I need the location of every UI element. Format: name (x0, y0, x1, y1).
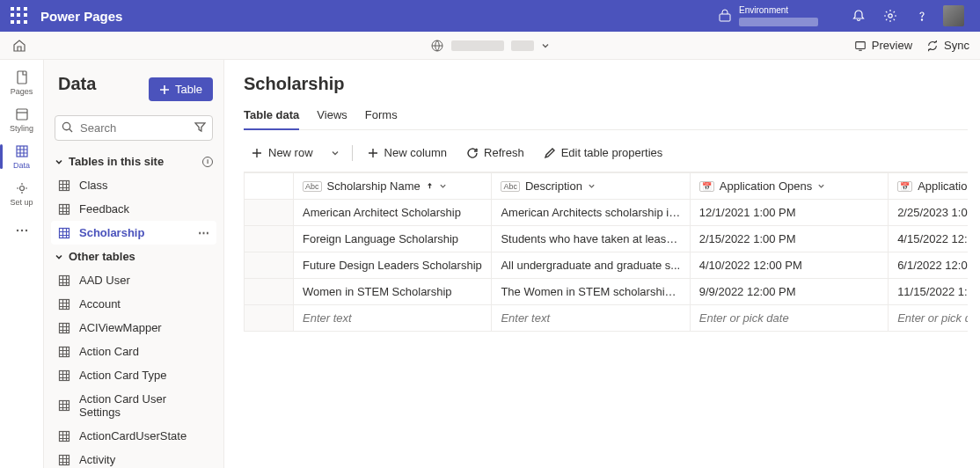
cell-desc-input[interactable] (492, 305, 690, 332)
sidebar-item-aad-user[interactable]: AAD User (51, 268, 216, 292)
cell-name[interactable]: American Architect Scholarship (294, 200, 492, 226)
sidebar-item-action-card[interactable]: Action Card (51, 340, 216, 363)
rail-item-setup[interactable]: Set up (0, 176, 44, 211)
preview-button[interactable]: Preview (854, 39, 912, 52)
table-scroll-area[interactable]: Abc Scholarship Name Abc Description (244, 172, 968, 468)
sidebar-item-class[interactable]: Class⋯ (51, 173, 216, 197)
sidebar-item-aciviewmapper[interactable]: ACIViewMapper (51, 316, 216, 340)
cell-opens[interactable]: 2/15/2022 1:00 PM (690, 226, 888, 252)
svg-rect-6 (17, 109, 27, 120)
sidebar-item-actioncarduserstate[interactable]: ActionCardUserState (51, 424, 216, 448)
sidebar-item-activity[interactable]: Activity (51, 448, 216, 468)
help-button[interactable] (906, 0, 938, 32)
new-column-label: New column (384, 146, 448, 159)
item-more-icon[interactable]: ⋯ (198, 226, 209, 239)
data-table: Abc Scholarship Name Abc Description (244, 172, 968, 332)
cell-opens[interactable]: 4/10/2022 12:00 PM (690, 252, 888, 279)
sidebar-item-feedback[interactable]: Feedback⋯ (51, 197, 216, 221)
row-handle[interactable] (245, 252, 294, 279)
cell-description[interactable]: The Women in STEM scholarship i... (492, 279, 690, 305)
sidebar-item-label: Action Card Type (79, 369, 166, 382)
refresh-button[interactable]: Refresh (459, 143, 531, 163)
app-launcher-icon[interactable] (11, 7, 28, 25)
cell-name[interactable]: Women in STEM Scholarship (294, 279, 492, 305)
svg-rect-22 (60, 431, 69, 441)
section-other-tables[interactable]: Other tables (51, 245, 216, 268)
cell-description[interactable]: American Architects scholarship is... (492, 200, 690, 226)
rail-item-data[interactable]: Data (0, 139, 44, 174)
sidebar-item-action-card-user-settings[interactable]: Action Card User Settings (51, 387, 216, 424)
cell-name-input[interactable] (294, 305, 492, 332)
sidebar-item-label: ACIViewMapper (79, 321, 162, 334)
cell-name[interactable]: Foreign Language Scholarship (294, 226, 492, 252)
cell-opens[interactable]: 9/9/2022 12:00 PM (690, 279, 888, 305)
new-column-button[interactable]: New column (360, 143, 455, 163)
tab-forms[interactable]: Forms (365, 101, 398, 129)
cell-deadline-input[interactable] (889, 305, 968, 332)
edit-props-label: Edit table properties (561, 146, 663, 159)
info-icon[interactable]: i (202, 157, 213, 167)
cell-opens-input[interactable] (690, 305, 888, 332)
section-tables-in-site[interactable]: Tables in this site i (51, 150, 216, 173)
site-switcher[interactable] (430, 39, 550, 53)
cell-deadline[interactable]: 6/1/2022 12:00 (889, 252, 968, 279)
environment-label: Environment (739, 5, 818, 16)
rail-item-pages[interactable]: Pages (0, 65, 44, 100)
sidebar-item-account[interactable]: Account (51, 292, 216, 316)
row-handle[interactable] (245, 200, 294, 226)
col-header-name[interactable]: Abc Scholarship Name (294, 173, 492, 200)
notifications-button[interactable] (843, 0, 874, 32)
rail-item-styling[interactable]: Styling (0, 102, 44, 137)
cell-name[interactable]: Future Design Leaders Scholarship (294, 252, 492, 279)
text-type-icon: Abc (303, 181, 322, 192)
rail-label-setup: Set up (10, 198, 33, 207)
new-row-dropdown[interactable] (325, 145, 345, 161)
cell-deadline[interactable]: 11/15/2022 1:0 (889, 279, 968, 305)
filter-icon[interactable] (194, 121, 206, 133)
preview-icon (854, 40, 867, 52)
tab-views[interactable]: Views (317, 101, 347, 129)
table-row[interactable]: Foreign Language ScholarshipStudents who… (245, 226, 969, 252)
col-header-opens[interactable]: 📅 Application Opens (690, 173, 888, 200)
rail-item-more[interactable] (0, 213, 44, 248)
refresh-icon (466, 147, 479, 159)
table-icon (58, 179, 70, 192)
settings-button[interactable] (874, 0, 906, 32)
chevron-down-icon (439, 182, 447, 190)
sidebar-item-action-card-type[interactable]: Action Card Type (51, 363, 216, 387)
col-name-label: Scholarship Name (327, 179, 421, 193)
col-header-description[interactable]: Abc Description (492, 173, 690, 200)
new-table-button[interactable]: Table (149, 77, 213, 101)
new-row-button[interactable]: New row (244, 143, 320, 163)
date-type-icon: 📅 (897, 181, 912, 192)
table-icon (58, 369, 70, 382)
cell-description[interactable]: All undergraduate and graduate s... (492, 252, 690, 279)
sidebar-item-scholarship[interactable]: Scholarship⋯ (51, 221, 216, 245)
table-row[interactable]: Future Design Leaders ScholarshipAll und… (245, 252, 969, 279)
search-input[interactable] (55, 115, 213, 141)
table-row[interactable]: Women in STEM ScholarshipThe Women in ST… (245, 279, 969, 305)
svg-point-9 (16, 230, 18, 231)
environment-picker[interactable]: Environment (718, 5, 818, 26)
refresh-label: Refresh (484, 146, 524, 159)
cell-deadline[interactable]: 2/25/2023 1:00 (889, 200, 968, 226)
user-avatar[interactable] (938, 0, 969, 32)
row-handle[interactable] (245, 226, 294, 252)
search-icon (62, 121, 73, 133)
environment-name-redacted (739, 18, 818, 26)
chevron-down-icon (331, 149, 340, 157)
new-row-placeholder[interactable] (245, 305, 969, 332)
row-handle[interactable] (245, 305, 294, 332)
sync-button[interactable]: Sync (926, 39, 969, 52)
edit-props-button[interactable]: Edit table properties (537, 143, 670, 163)
cell-deadline[interactable]: 4/15/2022 12:0 (889, 226, 968, 252)
styling-icon (14, 106, 30, 122)
left-rail: Pages Styling Data Set up (0, 60, 44, 468)
col-header-deadline[interactable]: 📅 Application D (889, 173, 968, 200)
home-icon[interactable] (12, 39, 26, 53)
cell-description[interactable]: Students who have taken at least ... (492, 226, 690, 252)
tab-table-data[interactable]: Table data (244, 101, 299, 130)
table-row[interactable]: American Architect ScholarshipAmerican A… (245, 200, 969, 226)
cell-opens[interactable]: 12/1/2021 1:00 PM (690, 200, 888, 226)
row-handle[interactable] (245, 279, 294, 305)
